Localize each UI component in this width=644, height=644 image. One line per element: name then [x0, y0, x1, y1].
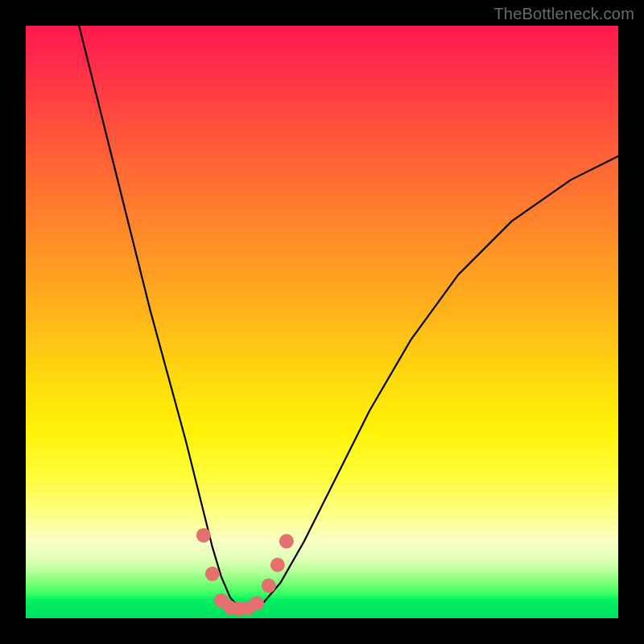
watermark-text: TheBottleneck.com [493, 5, 634, 23]
highlight-marker [279, 534, 294, 548]
chart-frame: TheBottleneck.com [0, 0, 644, 644]
bottleneck-curve [79, 26, 618, 609]
chart-svg [26, 26, 618, 618]
highlight-marker [250, 597, 264, 611]
highlight-marker [196, 528, 211, 543]
highlight-marker [205, 567, 220, 581]
highlight-marker [270, 558, 285, 572]
highlight-marker [262, 579, 276, 593]
chart-plot-area [26, 26, 618, 618]
